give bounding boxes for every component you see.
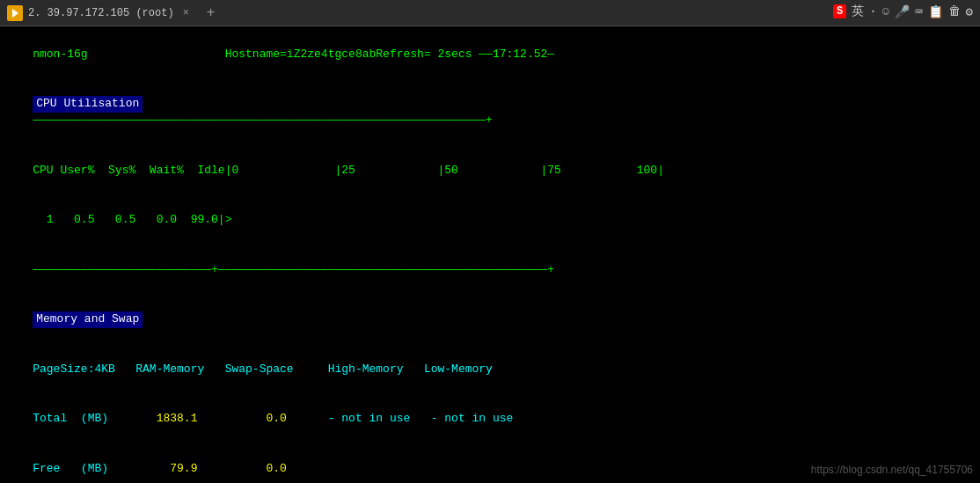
cpu-divider2: ——————————————————————————+—————————————… [5, 245, 975, 296]
mem-line2: Total (MB) 1838.1 0.0 - not in use - not… [5, 395, 975, 445]
url-bar: https://blog.csdn.net/qq_41755706 [811, 464, 973, 476]
settings-icon[interactable]: ⚙ [966, 4, 973, 19]
new-tab-button[interactable]: + [207, 5, 216, 21]
terminal: nmon-16g Hostname=iZ2ze4tgce8abRefresh= … [0, 26, 980, 483]
nmon-header: nmon-16g Hostname=iZ2ze4tgce8abRefresh= … [5, 30, 975, 80]
tab-icon [7, 5, 23, 21]
title-bar: 2. 39.97.172.105 (root) × + S 英 · ☺ 🎤 ⌨ … [0, 0, 980, 26]
dot-icon: · [869, 4, 876, 18]
memory-header: Memory and Swap [5, 296, 975, 346]
mem-line1: PageSize:4KB RAM-Memory Swap-Space High-… [5, 345, 975, 395]
clipboard-icon[interactable]: 📋 [928, 4, 943, 19]
lang-label[interactable]: 英 [852, 4, 864, 19]
keyboard-icon[interactable]: ⌨ [915, 4, 922, 19]
toolbar-right: S 英 · ☺ 🎤 ⌨ 📋 🗑 ⚙ [833, 4, 973, 19]
cpu-values: 1 0.5 0.5 0.0 99.0|> [5, 195, 975, 245]
cpu-utilisation-header: CPU Utilisation ————————————————————————… [5, 80, 975, 146]
emoji-icon[interactable]: ☺ [882, 4, 889, 18]
s-logo: S [833, 4, 846, 18]
tab-label: 2. 39.97.172.105 (root) [28, 7, 174, 19]
cpu-labels: CPU User% Sys% Wait% Idle|0 |25 |50 |75 … [5, 146, 975, 196]
trash-icon[interactable]: 🗑 [948, 4, 961, 18]
mic-icon[interactable]: 🎤 [895, 4, 910, 19]
tab-close-button[interactable]: × [183, 7, 189, 19]
